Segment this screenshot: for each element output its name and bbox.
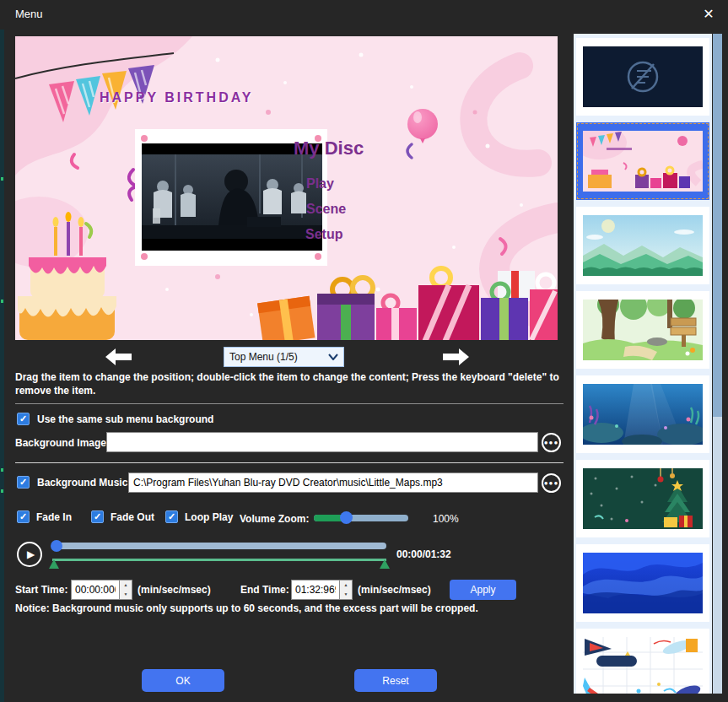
play-button[interactable]: ▶ [17, 542, 42, 567]
template-sidebar [574, 34, 712, 694]
ellipsis-icon: ●●● [544, 439, 559, 446]
spin-down-icon[interactable]: ▼ [120, 590, 132, 599]
preview-banner-text: HAPPY BIRTHDAY [100, 90, 253, 105]
trim-end-handle[interactable] [380, 559, 390, 569]
spin-down-icon[interactable]: ▼ [340, 590, 352, 599]
instructions-text: Drag the item to change the position; do… [15, 370, 564, 397]
playback-time: 00:00/01:32 [396, 548, 451, 560]
left-arrow-icon [103, 347, 133, 367]
reset-button[interactable]: Reset [354, 669, 437, 692]
seek-slider[interactable] [52, 543, 386, 549]
titlebar: Menu ✕ [0, 0, 728, 30]
template-card-school[interactable] [576, 629, 709, 694]
sidebar-scrollbar[interactable] [713, 34, 722, 694]
separator [15, 403, 564, 404]
close-icon[interactable]: ✕ [699, 5, 718, 24]
seek-slider-thumb[interactable] [51, 540, 62, 552]
loop-play-label: Loop Play [185, 511, 233, 523]
spin-up-icon[interactable]: ▲ [340, 580, 352, 590]
template-card-underwater[interactable] [576, 375, 709, 453]
previous-menu-button[interactable] [103, 347, 133, 367]
check-icon: ✓ [94, 511, 101, 521]
same-submenu-checkbox[interactable]: ✓ [17, 413, 30, 425]
volume-value: 100% [433, 513, 459, 525]
fade-in-label: Fade In [36, 511, 72, 523]
fade-out-checkbox[interactable]: ✓ [91, 510, 104, 523]
birthday-template-thumbnail [583, 131, 703, 192]
template-card-meadow[interactable] [576, 207, 709, 284]
video-thumbnail-item[interactable] [135, 129, 327, 266]
underwater-template-thumbnail [583, 384, 703, 445]
background-music-input[interactable] [128, 472, 538, 493]
volume-slider[interactable] [314, 515, 408, 521]
menu-page-select[interactable]: Top Menu (1/5) [224, 347, 344, 367]
check-icon: ✓ [19, 477, 27, 487]
browse-music-button[interactable]: ●●● [542, 473, 561, 493]
start-time-label: Start Time: [15, 584, 67, 596]
fade-in-checkbox[interactable]: ✓ [17, 510, 30, 523]
right-arrow-icon [441, 347, 472, 367]
template-card-forest[interactable] [576, 291, 709, 369]
school-template-thumbnail [583, 637, 703, 694]
sidebar-scrollbar-thumb[interactable] [713, 34, 722, 417]
menu-dialog: Menu ✕ [0, 0, 728, 702]
volume-slider-thumb[interactable] [340, 511, 353, 524]
background-image-input[interactable] [106, 432, 538, 452]
start-time-input[interactable] [71, 580, 120, 600]
notice-text: Notice: Background music only supports u… [15, 602, 478, 614]
same-submenu-label: Use the same sub menu background [37, 413, 213, 425]
menu-preview[interactable]: HAPPY BIRTHDAY My Disc Play Scene Setup [15, 36, 558, 340]
start-time-spinner: ▲ ▼ [120, 580, 132, 600]
check-icon: ✓ [168, 511, 175, 521]
end-time-unit: (min/sec/msec) [358, 584, 431, 596]
trim-start-handle[interactable] [49, 559, 59, 569]
start-time-unit: (min/sec/msec) [138, 584, 211, 596]
background-music-label: Background Music: [37, 477, 131, 489]
background-window-edge [0, 30, 4, 702]
no-menu-icon [583, 46, 703, 107]
meadow-template-thumbnail [583, 215, 703, 276]
spin-up-icon[interactable]: ▲ [120, 580, 132, 590]
dialog-title: Menu [15, 0, 43, 29]
check-icon: ✓ [19, 413, 27, 424]
blue-waves-template-thumbnail [583, 553, 703, 613]
browse-image-button[interactable]: ●●● [542, 433, 561, 452]
template-card-no-menu[interactable] [576, 38, 709, 116]
template-card-christmas[interactable] [576, 460, 709, 537]
template-card-blue-waves[interactable] [576, 544, 709, 622]
background-music-checkbox[interactable]: ✓ [17, 476, 30, 489]
menu-page-select-value: Top Menu (1/5) [229, 351, 328, 363]
ok-button[interactable]: OK [142, 669, 224, 692]
ellipsis-icon: ●●● [544, 479, 559, 487]
template-card-birthday[interactable] [576, 122, 709, 200]
christmas-template-thumbnail [583, 468, 703, 529]
background-image-label: Background Image: [15, 437, 110, 449]
next-menu-button[interactable] [441, 347, 472, 367]
trim-range-slider[interactable] [52, 559, 386, 561]
end-time-spinner: ▲ ▼ [340, 580, 353, 600]
chevron-down-icon [328, 354, 338, 360]
end-time-input[interactable] [291, 580, 340, 600]
play-icon: ▶ [27, 548, 35, 560]
forest-template-thumbnail [583, 300, 703, 360]
loop-play-checkbox[interactable]: ✓ [165, 510, 178, 523]
volume-zoom-label: Volume Zoom: [240, 513, 309, 525]
separator [15, 462, 564, 463]
check-icon: ✓ [19, 511, 27, 521]
end-time-label: End Time: [240, 584, 289, 596]
fade-out-label: Fade Out [111, 511, 154, 523]
apply-button[interactable]: Apply [450, 580, 516, 600]
